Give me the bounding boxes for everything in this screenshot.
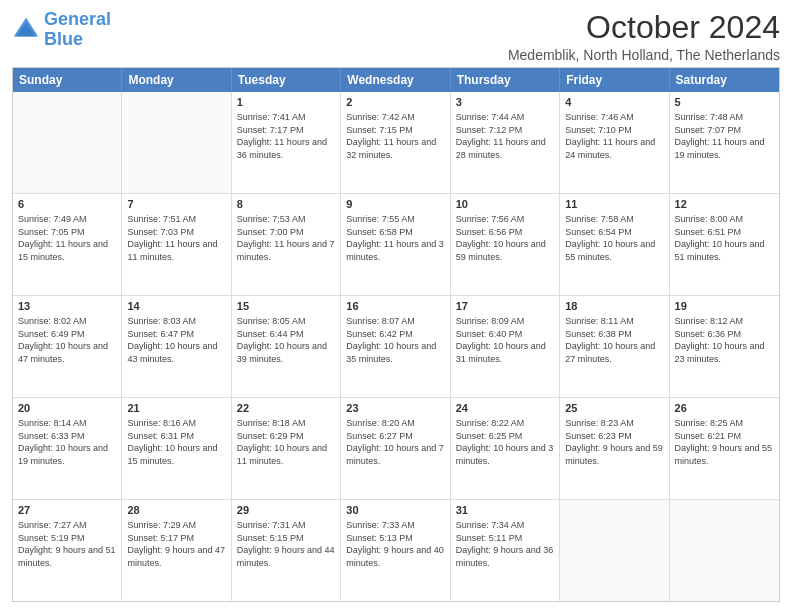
cell-info-21: Sunrise: 8:16 AM Sunset: 6:31 PM Dayligh… — [127, 417, 225, 467]
header-thursday: Thursday — [451, 68, 560, 92]
location-subtitle: Medemblik, North Holland, The Netherland… — [508, 47, 780, 63]
day-number-30: 30 — [346, 503, 444, 518]
cell-w5-d6 — [560, 500, 669, 601]
cell-w2-d1: 6Sunrise: 7:49 AM Sunset: 7:05 PM Daylig… — [13, 194, 122, 295]
calendar-week-1: 1Sunrise: 7:41 AM Sunset: 7:17 PM Daylig… — [13, 92, 779, 194]
cell-info-22: Sunrise: 8:18 AM Sunset: 6:29 PM Dayligh… — [237, 417, 335, 467]
cell-w1-d6: 4Sunrise: 7:46 AM Sunset: 7:10 PM Daylig… — [560, 92, 669, 193]
cell-w4-d3: 22Sunrise: 8:18 AM Sunset: 6:29 PM Dayli… — [232, 398, 341, 499]
cell-w2-d2: 7Sunrise: 7:51 AM Sunset: 7:03 PM Daylig… — [122, 194, 231, 295]
cell-w3-d3: 15Sunrise: 8:05 AM Sunset: 6:44 PM Dayli… — [232, 296, 341, 397]
cell-w2-d7: 12Sunrise: 8:00 AM Sunset: 6:51 PM Dayli… — [670, 194, 779, 295]
day-number-1: 1 — [237, 95, 335, 110]
day-number-26: 26 — [675, 401, 774, 416]
cell-w4-d1: 20Sunrise: 8:14 AM Sunset: 6:33 PM Dayli… — [13, 398, 122, 499]
day-number-6: 6 — [18, 197, 116, 212]
day-number-4: 4 — [565, 95, 663, 110]
cell-w1-d3: 1Sunrise: 7:41 AM Sunset: 7:17 PM Daylig… — [232, 92, 341, 193]
day-number-29: 29 — [237, 503, 335, 518]
cell-info-1: Sunrise: 7:41 AM Sunset: 7:17 PM Dayligh… — [237, 111, 335, 161]
header: General Blue October 2024 Medemblik, Nor… — [12, 10, 780, 63]
cell-info-9: Sunrise: 7:55 AM Sunset: 6:58 PM Dayligh… — [346, 213, 444, 263]
cell-info-5: Sunrise: 7:48 AM Sunset: 7:07 PM Dayligh… — [675, 111, 774, 161]
day-number-9: 9 — [346, 197, 444, 212]
day-number-7: 7 — [127, 197, 225, 212]
cell-w4-d6: 25Sunrise: 8:23 AM Sunset: 6:23 PM Dayli… — [560, 398, 669, 499]
cell-info-19: Sunrise: 8:12 AM Sunset: 6:36 PM Dayligh… — [675, 315, 774, 365]
cell-info-6: Sunrise: 7:49 AM Sunset: 7:05 PM Dayligh… — [18, 213, 116, 263]
day-number-16: 16 — [346, 299, 444, 314]
cell-w3-d5: 17Sunrise: 8:09 AM Sunset: 6:40 PM Dayli… — [451, 296, 560, 397]
cell-info-23: Sunrise: 8:20 AM Sunset: 6:27 PM Dayligh… — [346, 417, 444, 467]
cell-w4-d5: 24Sunrise: 8:22 AM Sunset: 6:25 PM Dayli… — [451, 398, 560, 499]
cell-w2-d6: 11Sunrise: 7:58 AM Sunset: 6:54 PM Dayli… — [560, 194, 669, 295]
cell-info-15: Sunrise: 8:05 AM Sunset: 6:44 PM Dayligh… — [237, 315, 335, 365]
cell-info-2: Sunrise: 7:42 AM Sunset: 7:15 PM Dayligh… — [346, 111, 444, 161]
day-number-2: 2 — [346, 95, 444, 110]
cell-info-11: Sunrise: 7:58 AM Sunset: 6:54 PM Dayligh… — [565, 213, 663, 263]
logo-text: General Blue — [44, 10, 111, 50]
cell-w5-d7 — [670, 500, 779, 601]
day-number-3: 3 — [456, 95, 554, 110]
cell-w3-d6: 18Sunrise: 8:11 AM Sunset: 6:38 PM Dayli… — [560, 296, 669, 397]
header-tuesday: Tuesday — [232, 68, 341, 92]
day-number-5: 5 — [675, 95, 774, 110]
header-friday: Friday — [560, 68, 669, 92]
logo-name1: General — [44, 9, 111, 29]
day-number-20: 20 — [18, 401, 116, 416]
cell-info-29: Sunrise: 7:31 AM Sunset: 5:15 PM Dayligh… — [237, 519, 335, 569]
cell-w3-d7: 19Sunrise: 8:12 AM Sunset: 6:36 PM Dayli… — [670, 296, 779, 397]
cell-info-12: Sunrise: 8:00 AM Sunset: 6:51 PM Dayligh… — [675, 213, 774, 263]
logo-name2: Blue — [44, 30, 111, 50]
day-number-31: 31 — [456, 503, 554, 518]
cell-w2-d5: 10Sunrise: 7:56 AM Sunset: 6:56 PM Dayli… — [451, 194, 560, 295]
month-title: October 2024 — [508, 10, 780, 45]
day-number-28: 28 — [127, 503, 225, 518]
cell-w1-d2 — [122, 92, 231, 193]
header-sunday: Sunday — [13, 68, 122, 92]
logo: General Blue — [12, 10, 111, 50]
cell-w1-d1 — [13, 92, 122, 193]
page: General Blue October 2024 Medemblik, Nor… — [0, 0, 792, 612]
cell-info-14: Sunrise: 8:03 AM Sunset: 6:47 PM Dayligh… — [127, 315, 225, 365]
day-number-14: 14 — [127, 299, 225, 314]
title-area: October 2024 Medemblik, North Holland, T… — [508, 10, 780, 63]
cell-info-20: Sunrise: 8:14 AM Sunset: 6:33 PM Dayligh… — [18, 417, 116, 467]
cell-w4-d2: 21Sunrise: 8:16 AM Sunset: 6:31 PM Dayli… — [122, 398, 231, 499]
cell-w3-d1: 13Sunrise: 8:02 AM Sunset: 6:49 PM Dayli… — [13, 296, 122, 397]
cell-w3-d2: 14Sunrise: 8:03 AM Sunset: 6:47 PM Dayli… — [122, 296, 231, 397]
day-number-22: 22 — [237, 401, 335, 416]
cell-info-24: Sunrise: 8:22 AM Sunset: 6:25 PM Dayligh… — [456, 417, 554, 467]
cell-w1-d4: 2Sunrise: 7:42 AM Sunset: 7:15 PM Daylig… — [341, 92, 450, 193]
cell-info-16: Sunrise: 8:07 AM Sunset: 6:42 PM Dayligh… — [346, 315, 444, 365]
cell-w1-d5: 3Sunrise: 7:44 AM Sunset: 7:12 PM Daylig… — [451, 92, 560, 193]
cell-info-28: Sunrise: 7:29 AM Sunset: 5:17 PM Dayligh… — [127, 519, 225, 569]
logo-icon — [12, 16, 40, 44]
cell-info-27: Sunrise: 7:27 AM Sunset: 5:19 PM Dayligh… — [18, 519, 116, 569]
day-number-24: 24 — [456, 401, 554, 416]
cell-w5-d3: 29Sunrise: 7:31 AM Sunset: 5:15 PM Dayli… — [232, 500, 341, 601]
cell-w4-d4: 23Sunrise: 8:20 AM Sunset: 6:27 PM Dayli… — [341, 398, 450, 499]
day-number-15: 15 — [237, 299, 335, 314]
day-number-8: 8 — [237, 197, 335, 212]
day-number-11: 11 — [565, 197, 663, 212]
calendar-week-3: 13Sunrise: 8:02 AM Sunset: 6:49 PM Dayli… — [13, 296, 779, 398]
cell-info-10: Sunrise: 7:56 AM Sunset: 6:56 PM Dayligh… — [456, 213, 554, 263]
cell-w5-d2: 28Sunrise: 7:29 AM Sunset: 5:17 PM Dayli… — [122, 500, 231, 601]
cell-w4-d7: 26Sunrise: 8:25 AM Sunset: 6:21 PM Dayli… — [670, 398, 779, 499]
day-number-21: 21 — [127, 401, 225, 416]
day-number-25: 25 — [565, 401, 663, 416]
day-number-10: 10 — [456, 197, 554, 212]
header-monday: Monday — [122, 68, 231, 92]
cell-w2-d3: 8Sunrise: 7:53 AM Sunset: 7:00 PM Daylig… — [232, 194, 341, 295]
cell-w5-d4: 30Sunrise: 7:33 AM Sunset: 5:13 PM Dayli… — [341, 500, 450, 601]
day-number-13: 13 — [18, 299, 116, 314]
calendar: Sunday Monday Tuesday Wednesday Thursday… — [12, 67, 780, 602]
cell-info-3: Sunrise: 7:44 AM Sunset: 7:12 PM Dayligh… — [456, 111, 554, 161]
cell-info-7: Sunrise: 7:51 AM Sunset: 7:03 PM Dayligh… — [127, 213, 225, 263]
cell-info-4: Sunrise: 7:46 AM Sunset: 7:10 PM Dayligh… — [565, 111, 663, 161]
day-number-12: 12 — [675, 197, 774, 212]
calendar-body: 1Sunrise: 7:41 AM Sunset: 7:17 PM Daylig… — [13, 92, 779, 601]
cell-w3-d4: 16Sunrise: 8:07 AM Sunset: 6:42 PM Dayli… — [341, 296, 450, 397]
calendar-week-2: 6Sunrise: 7:49 AM Sunset: 7:05 PM Daylig… — [13, 194, 779, 296]
